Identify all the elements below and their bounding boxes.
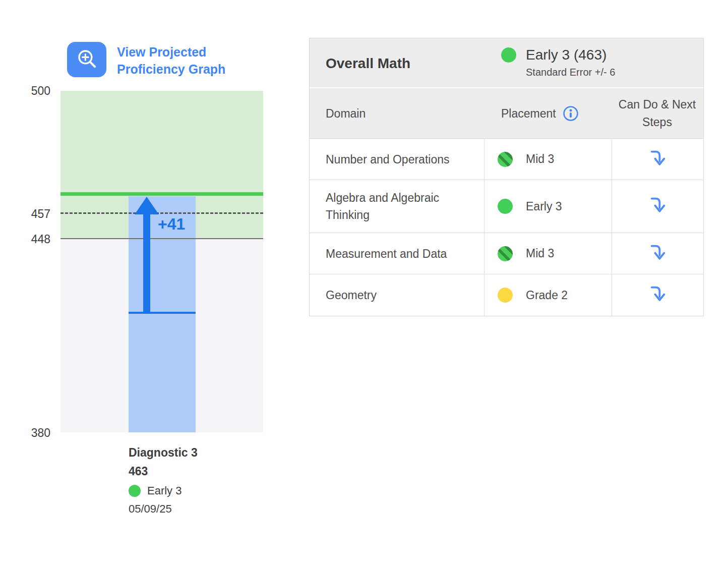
placement-label: Grade 2 [526,289,568,302]
placement-cell: Early 3 [484,180,612,233]
placement-dot [498,246,513,261]
placement-cell: Mid 3 [484,139,612,180]
proficiency-target-line [60,192,263,196]
placement-label: Mid 3 [526,247,554,260]
placement-label: Early 3 [526,200,562,213]
diagnostic-score: 463 [129,465,198,478]
diagnostic-name: Diagnostic 3 [129,446,198,460]
domain-cell: Measurement and Data [310,233,484,274]
view-projected-proficiency-link[interactable]: View Projected Proficiency Graph [117,43,253,78]
y-axis-label-457: 457 [15,207,50,221]
placement-dot [498,288,513,303]
column-header-can-do: Can Do & Next Steps [611,88,703,139]
table-column-headers: Domain Placement Can Do & Next Steps [310,88,703,139]
down-turn-arrow-icon [649,243,667,264]
zoom-in-icon [76,47,98,72]
domain-cell: Number and Operations [310,139,484,180]
down-turn-arrow-icon [649,149,667,170]
growth-value-label: +41 [158,215,185,234]
domain-cell: Algebra and Algebraic Thinking [310,180,484,233]
bar-caption: Diagnostic 3 463 Early 3 05/09/25 [129,446,198,516]
standard-error-label: Standard Error +/- 6 [526,67,615,78]
placement-dot [498,152,513,167]
y-axis-label-500: 500 [15,84,50,98]
solid-448-line [60,238,263,239]
table-row: Geometry Grade 2 [310,274,703,316]
table-row: Measurement and Data Mid 3 [310,233,703,274]
y-axis-label-380: 380 [15,426,50,440]
diagnostic-date: 05/09/25 [129,502,198,516]
info-icon[interactable] [563,105,579,122]
can-do-next-steps-button[interactable] [612,274,703,316]
overall-placement-label: Early 3 (463) [526,47,606,63]
table-header: Overall Math Early 3 (463) Standard Erro… [310,38,703,88]
table-row: Number and Operations Mid 3 [310,139,703,180]
down-turn-arrow-icon [649,196,667,217]
column-header-placement: Placement [501,88,579,139]
column-header-domain: Domain [326,88,366,139]
can-do-next-steps-button[interactable] [612,180,703,233]
proficiency-chart: +41 [60,91,263,432]
table-title: Overall Math [326,38,410,88]
placement-cell: Grade 2 [484,274,612,316]
growth-arrow-icon [134,196,159,314]
placement-cell: Mid 3 [484,233,612,274]
can-do-next-steps-button[interactable] [612,139,703,180]
table-row: Algebra and Algebraic Thinking Early 3 [310,180,703,233]
dashed-457-line [60,212,263,214]
column-header-placement-label: Placement [501,107,556,121]
domain-cell: Geometry [310,274,484,316]
view-projected-proficiency-button[interactable] [67,42,106,77]
placement-dot [129,485,141,497]
placement-dot [498,199,513,214]
overall-placement-dot [501,47,516,63]
overall-placement: Early 3 (463) Standard Error +/- 6 [501,47,615,78]
y-axis-label-448: 448 [15,233,50,246]
can-do-next-steps-button[interactable] [612,233,703,274]
placement-label: Mid 3 [526,152,554,166]
placement-label: Early 3 [147,484,181,497]
down-turn-arrow-icon [649,285,667,306]
overall-math-table: Overall Math Early 3 (463) Standard Erro… [309,38,704,316]
